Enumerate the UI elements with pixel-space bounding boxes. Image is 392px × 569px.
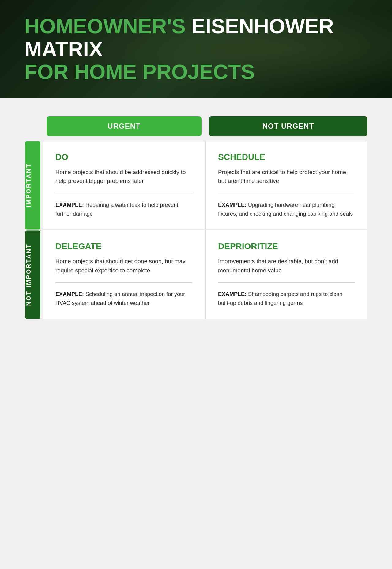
schedule-description: Projects that are critical to help prote…: [218, 168, 355, 186]
schedule-divider: [218, 193, 355, 193]
urgent-column-header: URGENT: [43, 116, 205, 141]
page-title: HOMEOWNER'S EISENHOWER MATRIX FOR HOME P…: [24, 15, 368, 83]
deprioritize-description: Improvements that are desirable, but don…: [218, 257, 355, 275]
main-content: URGENT NOT URGENT IMPORTANT DO Home proj…: [0, 98, 392, 343]
do-title: DO: [55, 152, 192, 162]
header: HOMEOWNER'S EISENHOWER MATRIX FOR HOME P…: [0, 0, 392, 98]
header-content: HOMEOWNER'S EISENHOWER MATRIX FOR HOME P…: [0, 15, 392, 83]
schedule-example-label: EXAMPLE:: [218, 202, 247, 208]
not-important-label: NOT IMPORTANT: [25, 230, 40, 319]
delegate-quadrant: DELEGATE Home projects that should get d…: [43, 230, 205, 319]
do-example-label: EXAMPLE:: [55, 202, 84, 208]
title-line1-green: HOMEOWNER'S: [24, 14, 186, 38]
deprioritize-quadrant: DEPRIORITIZE Improvements that are desir…: [205, 230, 368, 319]
delegate-example-label: EXAMPLE:: [55, 291, 84, 297]
do-description: Home projects that should be addressed q…: [55, 168, 192, 186]
deprioritize-divider: [218, 282, 355, 283]
matrix-grid: URGENT NOT URGENT IMPORTANT DO Home proj…: [24, 116, 368, 319]
schedule-title: SCHEDULE: [218, 152, 355, 162]
schedule-quadrant: SCHEDULE Projects that are critical to h…: [205, 141, 368, 229]
title-line2: FOR HOME PROJECTS: [24, 60, 255, 83]
corner-spacer: [24, 116, 43, 141]
do-quadrant: DO Home projects that should be addresse…: [43, 141, 205, 229]
delegate-example: EXAMPLE: Scheduling an annual inspection…: [55, 290, 192, 308]
deprioritize-example-label: EXAMPLE:: [218, 291, 247, 297]
delegate-divider: [55, 282, 192, 283]
urgent-label: URGENT: [47, 116, 202, 136]
delegate-description: Home projects that should get done soon,…: [55, 257, 192, 275]
schedule-example: EXAMPLE: Upgrading hardware near plumbin…: [218, 201, 355, 218]
not-urgent-column-header: NOT URGENT: [205, 116, 368, 141]
do-example: EXAMPLE: Repairing a water leak to help …: [55, 201, 192, 218]
important-row-label-cell: IMPORTANT: [24, 141, 43, 229]
deprioritize-example: EXAMPLE: Shampooing carpets and rugs to …: [218, 290, 355, 308]
do-divider: [55, 193, 192, 193]
important-label: IMPORTANT: [25, 141, 40, 229]
not-urgent-label: NOT URGENT: [209, 116, 368, 136]
delegate-title: DELEGATE: [55, 241, 192, 251]
deprioritize-title: DEPRIORITIZE: [218, 241, 355, 251]
not-important-row-label-cell: NOT IMPORTANT: [24, 230, 43, 319]
